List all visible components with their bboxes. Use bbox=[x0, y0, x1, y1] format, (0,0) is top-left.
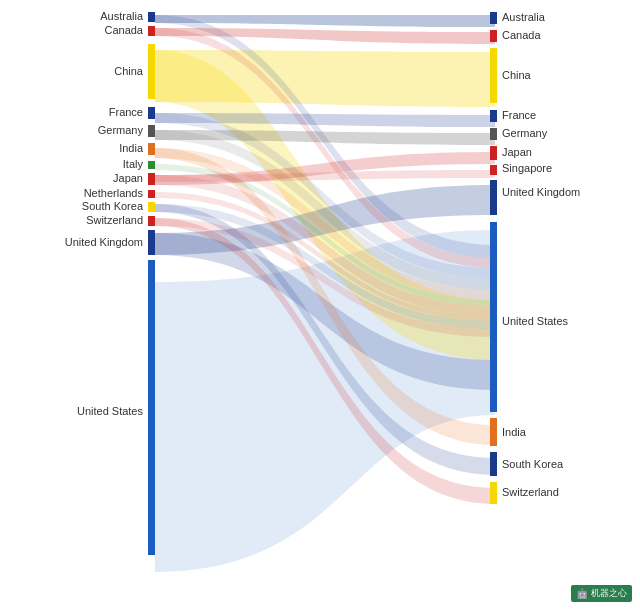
right-label-canada: Canada bbox=[502, 29, 541, 41]
left-bar-japan bbox=[148, 173, 155, 185]
left-bar-canada bbox=[148, 26, 155, 36]
right-label-germany: Germany bbox=[502, 127, 548, 139]
left-bar-us bbox=[148, 260, 155, 555]
right-bar-southkorea bbox=[490, 452, 497, 476]
watermark: 🤖 机器之心 bbox=[571, 585, 632, 602]
left-label-china: China bbox=[114, 65, 144, 77]
watermark-icon: 🤖 bbox=[576, 588, 588, 599]
right-bar-japan bbox=[490, 146, 497, 160]
left-bar-china bbox=[148, 44, 155, 99]
left-label-canada: Canada bbox=[104, 24, 143, 36]
left-bar-italy bbox=[148, 161, 155, 169]
right-label-china: China bbox=[502, 69, 532, 81]
left-label-germany: Germany bbox=[98, 124, 144, 136]
right-bar-switzerland bbox=[490, 482, 497, 504]
left-label-france: France bbox=[109, 106, 143, 118]
left-bar-australia bbox=[148, 12, 155, 22]
right-label-us: United States bbox=[502, 315, 569, 327]
right-label-uk: United Kingdom bbox=[502, 186, 580, 198]
left-bar-uk bbox=[148, 230, 155, 255]
right-label-france: France bbox=[502, 109, 536, 121]
left-label-us: United States bbox=[77, 405, 144, 417]
right-label-southkorea: South Korea bbox=[502, 458, 564, 470]
right-bar-us bbox=[490, 222, 497, 412]
right-bar-canada bbox=[490, 30, 497, 42]
left-label-australia: Australia bbox=[100, 10, 144, 22]
left-bar-india bbox=[148, 143, 155, 155]
left-label-southkorea: South Korea bbox=[82, 200, 144, 212]
right-bar-singapore bbox=[490, 165, 497, 175]
watermark-text: 机器之心 bbox=[591, 587, 627, 600]
left-bar-france bbox=[148, 107, 155, 119]
left-label-uk: United Kingdom bbox=[65, 236, 143, 248]
right-label-australia: Australia bbox=[502, 11, 546, 23]
right-label-switzerland: Switzerland bbox=[502, 486, 559, 498]
right-label-japan: Japan bbox=[502, 146, 532, 158]
left-label-japan: Japan bbox=[113, 172, 143, 184]
right-bar-germany bbox=[490, 128, 497, 140]
left-label-switzerland: Switzerland bbox=[86, 214, 143, 226]
left-label-italy: Italy bbox=[123, 158, 144, 170]
right-bar-australia bbox=[490, 12, 497, 24]
right-label-singapore: Singapore bbox=[502, 162, 552, 174]
sankey-diagram: Australia Canada China France Germany In… bbox=[0, 0, 640, 610]
left-label-netherlands: Netherlands bbox=[84, 187, 144, 199]
left-bar-netherlands bbox=[148, 190, 155, 198]
right-label-india: India bbox=[502, 426, 527, 438]
flow-china-china bbox=[155, 50, 495, 107]
left-bar-southkorea bbox=[148, 202, 155, 212]
left-bar-germany bbox=[148, 125, 155, 137]
right-bar-uk bbox=[490, 180, 497, 215]
right-bar-india bbox=[490, 418, 497, 446]
right-bar-china bbox=[490, 48, 497, 103]
left-label-india: India bbox=[119, 142, 144, 154]
right-bar-france bbox=[490, 110, 497, 122]
chart-container: Australia Canada China France Germany In… bbox=[0, 0, 640, 610]
left-bar-switzerland bbox=[148, 216, 155, 226]
